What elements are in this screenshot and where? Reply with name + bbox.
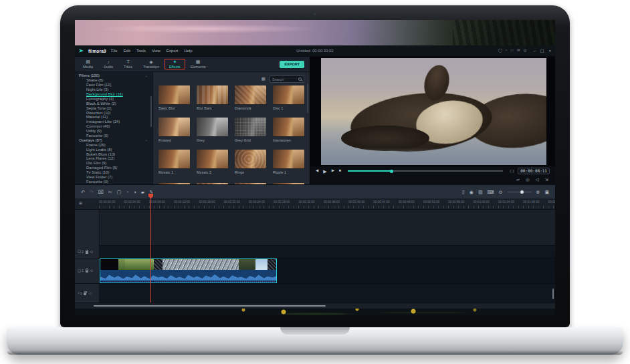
category-item[interactable]: Damaged Film (5)	[75, 166, 152, 170]
category-item[interactable]: Faux Film (12)	[75, 83, 152, 87]
snapshot-icon[interactable]: ◎	[526, 178, 530, 182]
effect-item[interactable]: Grey Grid	[235, 118, 266, 150]
effect-item[interactable]	[235, 183, 266, 184]
effect-item[interactable]: Diamonds	[235, 85, 266, 118]
category-item[interactable]: Tv Static (10)	[75, 170, 152, 175]
category-item[interactable]: Lomography (4)	[75, 96, 152, 101]
speed-button[interactable]: ◔	[126, 190, 128, 194]
search-box[interactable]	[270, 75, 304, 83]
category-item[interactable]: Material (11)	[75, 115, 152, 120]
category-item[interactable]: Old Film (9)	[75, 161, 152, 166]
zoom-slider-handle[interactable]	[520, 190, 524, 194]
zoom-in-button[interactable]: ⊕	[536, 190, 540, 194]
audio-mixer-button[interactable]: ▥	[478, 190, 483, 194]
effect-item[interactable]: Blur Bars	[197, 85, 228, 118]
effect-item[interactable]: Grey	[197, 118, 228, 150]
effect-item[interactable]: Disc 1	[273, 85, 304, 118]
zoom-fit-button[interactable]: ▣	[544, 190, 549, 194]
category-item[interactable]: Utility (9)	[75, 129, 152, 134]
mark-out-icon[interactable]: )	[512, 169, 514, 173]
sidebar-scrollbar[interactable]	[150, 96, 152, 127]
color-button[interactable]: ◑	[134, 190, 136, 194]
visibility-icon[interactable]: ◁	[88, 292, 91, 295]
menu-item[interactable]: View	[152, 49, 161, 53]
timeline-ruler[interactable]: 00:00:00:0000:00:04:0000:00:08:0000:00:1…	[75, 198, 555, 210]
delete-button[interactable]: ⌧	[98, 190, 104, 194]
tab-media[interactable]: ▤ Media	[78, 59, 98, 70]
tab-effects[interactable]: ✦ Effects	[165, 59, 185, 70]
tab-titles[interactable]: T Titles	[118, 59, 138, 70]
dual-display-icon[interactable]: ▱	[516, 178, 520, 182]
category-item[interactable]: Overlays (87) ⌄	[75, 138, 152, 142]
category-item[interactable]: Favourite (0)	[75, 179, 152, 184]
track-lane[interactable]	[99, 246, 555, 258]
mic-icon[interactable]: ◎	[524, 49, 527, 53]
menu-item[interactable]: Tools	[136, 49, 146, 53]
volume-icon[interactable]: ◁	[536, 178, 539, 182]
category-item[interactable]: Night Life (3)	[75, 87, 152, 92]
preview-video[interactable]	[321, 58, 546, 165]
lock-icon[interactable]	[84, 293, 86, 295]
category-item[interactable]: Background Blur (16)	[75, 92, 152, 97]
screen-record-button[interactable]: ▯	[462, 190, 465, 194]
menu-item[interactable]: Export	[167, 49, 178, 53]
grid-scrollbar[interactable]	[307, 83, 308, 113]
track-manage-icon[interactable]: ⊞	[79, 201, 82, 205]
effect-item[interactable]: Rings	[235, 150, 266, 182]
mark-in-icon[interactable]: (	[510, 169, 511, 173]
seek-bar[interactable]	[348, 170, 503, 172]
timeline-hscrollbar[interactable]	[75, 303, 555, 309]
effect-item[interactable]: Basic Blur	[159, 85, 190, 118]
visibility-icon[interactable]: ⊙	[90, 250, 93, 254]
effect-item[interactable]: Mosaic 2	[197, 150, 228, 182]
export-button[interactable]: EXPORT	[280, 61, 304, 68]
redo-button[interactable]: ↷	[90, 190, 94, 194]
split-button[interactable]: ✂	[108, 190, 112, 194]
undo-button[interactable]: ↶	[81, 190, 85, 194]
category-item[interactable]: Instagram-Like (24)	[75, 120, 152, 124]
play-button[interactable]: ▶	[323, 169, 326, 174]
stop-button[interactable]: ■	[339, 169, 341, 173]
lock-icon[interactable]	[86, 251, 88, 254]
feedback-icon[interactable]: ✉	[517, 49, 520, 53]
effect-item[interactable]: Mosaic 1	[159, 150, 190, 182]
seek-handle[interactable]	[390, 170, 393, 173]
green-screen-button[interactable]: ▰	[141, 190, 144, 194]
maximize-button[interactable]: ▢	[540, 49, 544, 53]
track-lane[interactable]	[99, 284, 555, 303]
voiceover-button[interactable]: ◉	[469, 190, 474, 194]
category-item[interactable]: Filters (150) ⌄	[75, 73, 152, 78]
timeline-zoom-slider[interactable]	[508, 192, 532, 192]
zoom-out-button[interactable]: ⊖	[499, 190, 503, 194]
previous-frame-button[interactable]: ◀	[316, 169, 318, 173]
category-item[interactable]: Distortion (10)	[75, 110, 152, 115]
category-item[interactable]: Lens Flares (12)	[75, 156, 152, 161]
account-icon[interactable]: ◯	[498, 49, 502, 53]
grid-view-icon[interactable]: ▦	[261, 77, 266, 81]
close-button[interactable]: ×	[548, 49, 551, 53]
fullscreen-icon[interactable]: ⇲	[545, 178, 548, 182]
category-item[interactable]: View Finder (7)	[75, 175, 152, 180]
empty-track-space[interactable]	[75, 210, 555, 246]
category-item[interactable]: Favourite (0)	[75, 134, 152, 138]
shortcut-keyboard-button[interactable]: ⌨	[488, 190, 494, 194]
category-item[interactable]: Common (49)	[75, 124, 152, 129]
menu-item[interactable]: File	[111, 49, 118, 53]
tab-audio[interactable]: ♪ Audio	[98, 59, 118, 70]
effect-item[interactable]: Interwoven	[273, 118, 304, 150]
crop-button[interactable]: ▢	[117, 190, 122, 194]
category-item[interactable]: Light Leaks (8)	[75, 147, 152, 152]
tab-elements[interactable]: ▦ Elements	[185, 59, 211, 70]
category-item[interactable]: Frame (26)	[75, 142, 152, 147]
effect-item[interactable]	[197, 183, 228, 184]
advanced-edit-button[interactable]: ✎	[149, 190, 153, 194]
category-item[interactable]: Sepia Tone (2)	[75, 106, 152, 110]
category-item[interactable]: Bokeh Blurs (10)	[75, 152, 152, 156]
effect-item[interactable]: Ripple 1	[273, 150, 304, 182]
minimize-button[interactable]: –	[533, 49, 535, 53]
timeline-vscrollbar[interactable]	[552, 289, 554, 299]
menu-item[interactable]: Help	[184, 49, 192, 53]
next-frame-button[interactable]: ▶	[332, 169, 334, 173]
menu-item[interactable]: Edit	[124, 49, 130, 53]
effect-item[interactable]: Frosted	[159, 118, 190, 150]
